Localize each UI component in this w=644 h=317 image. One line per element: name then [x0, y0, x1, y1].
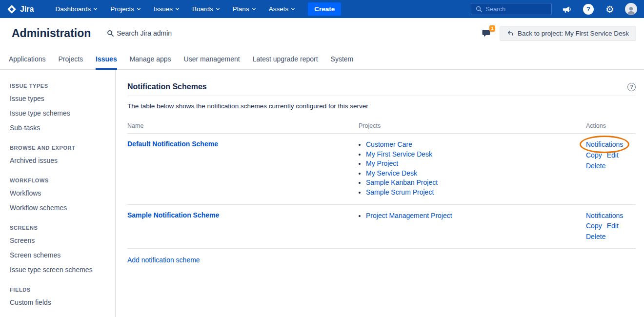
sidebar-section-title: BROWSE AND EXPORT — [10, 145, 109, 151]
sidebar: ISSUE TYPES Issue typesIssue type scheme… — [0, 70, 116, 317]
topnav-item-label: Dashboards — [55, 5, 91, 13]
admin-notifications-icon[interactable]: 1 — [482, 28, 492, 38]
table-row: Default Notification Scheme Customer Car… — [127, 134, 636, 205]
topnav-item-label: Projects — [110, 5, 134, 13]
tab-projects[interactable]: Projects — [59, 48, 83, 69]
projects-cell: Customer CareMy First Service DeskMy Pro… — [359, 140, 586, 198]
scheme-name-link[interactable]: Sample Notification Scheme — [127, 211, 219, 219]
scheme-name-link[interactable]: Default Notification Scheme — [127, 140, 218, 148]
action-copy-link[interactable]: Copy — [586, 151, 602, 160]
gear-icon[interactable]: ⚙ — [604, 3, 616, 16]
topnav-item-boards[interactable]: Boards — [192, 5, 220, 13]
project-link-sample-kanban-project[interactable]: Sample Kanban Project — [366, 178, 438, 186]
admin-search-label: Search Jira admin — [117, 29, 172, 37]
action-notifications-link[interactable]: Notifications — [586, 211, 623, 220]
project-list-item: Sample Kanban Project — [366, 178, 586, 188]
action-delete-link[interactable]: Delete — [586, 161, 605, 171]
project-list-item: Project Management Project — [366, 211, 586, 221]
chevron-down-icon — [252, 7, 256, 11]
project-link-my-first-service-desk[interactable]: My First Service Desk — [366, 150, 432, 158]
avatar[interactable] — [625, 3, 637, 15]
help-icon[interactable]: ? — [582, 3, 595, 16]
projects-list: Customer CareMy First Service DeskMy Pro… — [359, 140, 586, 198]
project-link-project-management-project[interactable]: Project Management Project — [366, 212, 452, 219]
col-projects: Projects — [359, 122, 586, 129]
topnav-item-assets[interactable]: Assets — [269, 5, 296, 13]
sidebar-item-screen-schemes[interactable]: Screen schemes — [10, 248, 109, 262]
project-list-item: My Project — [366, 159, 586, 169]
back-to-project-button[interactable]: Back to project: My First Service Desk — [500, 26, 636, 41]
main-header: Notification Schemes ? — [127, 82, 636, 96]
topnav-item-dashboards[interactable]: Dashboards — [55, 5, 98, 13]
sidebar-section: ISSUE TYPES Issue typesIssue type scheme… — [10, 83, 109, 135]
project-list-item: My First Service Desk — [366, 150, 586, 159]
sidebar-section: WORKFLOWS WorkflowsWorkflow schemes — [10, 178, 109, 215]
action-edit-link[interactable]: Edit — [607, 151, 619, 160]
sidebar-item-screens[interactable]: Screens — [10, 233, 109, 248]
tab-applications[interactable]: Applications — [9, 48, 46, 69]
action-delete-link[interactable]: Delete — [586, 232, 605, 241]
section-help-icon[interactable]: ? — [627, 83, 636, 91]
sidebar-item-sub-tasks[interactable]: Sub-tasks — [10, 120, 109, 135]
project-link-sample-scrum-project[interactable]: Sample Scrum Project — [366, 188, 434, 196]
name-cell: Sample Notification Scheme — [127, 211, 359, 242]
sidebar-item-workflows[interactable]: Workflows — [10, 186, 109, 200]
sidebar-section-title: ISSUE TYPES — [10, 83, 109, 89]
project-link-my-service-desk[interactable]: My Service Desk — [366, 169, 417, 177]
chevron-down-icon — [137, 7, 141, 11]
chevron-down-icon — [291, 7, 295, 11]
topnav-menu: DashboardsProjectsIssuesBoardsPlansAsset… — [55, 5, 295, 13]
sidebar-item-workflow-schemes[interactable]: Workflow schemes — [10, 200, 109, 215]
sidebar-item-issue-type-schemes[interactable]: Issue type schemes — [10, 106, 109, 120]
section-description: The table below shows the notification s… — [127, 102, 636, 110]
search-icon — [107, 30, 114, 37]
sidebar-item-archived-issues[interactable]: Archived issues — [10, 153, 109, 168]
add-notification-scheme-link[interactable]: Add notification scheme — [127, 256, 200, 264]
sidebar-item-issue-type-screen-schemes[interactable]: Issue type screen schemes — [10, 262, 109, 277]
brand-label: Jira — [20, 5, 34, 14]
page-body: ISSUE TYPES Issue typesIssue type scheme… — [0, 70, 644, 317]
search-icon — [476, 6, 482, 12]
sidebar-item-issue-types[interactable]: Issue types — [10, 91, 109, 106]
project-list-item: Customer Care — [366, 140, 586, 150]
action-copy-link[interactable]: Copy — [586, 221, 602, 231]
action-edit-link[interactable]: Edit — [607, 221, 619, 231]
jira-logo[interactable]: Jira — [7, 4, 34, 14]
action-notifications-link[interactable]: Notifications — [586, 140, 623, 149]
chevron-down-icon — [93, 7, 98, 11]
tab-latest-upgrade-report[interactable]: Latest upgrade report — [253, 48, 318, 69]
tab-user-management[interactable]: User management — [184, 48, 240, 69]
topnav-item-plans[interactable]: Plans — [233, 5, 256, 13]
admin-header: Administration Search Jira admin 1 Back … — [0, 18, 644, 48]
project-list-item: Sample Scrum Project — [366, 188, 586, 198]
tab-manage-apps[interactable]: Manage apps — [130, 48, 171, 69]
admin-header-right: 1 Back to project: My First Service Desk — [482, 26, 636, 41]
help-glyph: ? — [583, 4, 594, 15]
topnav-item-issues[interactable]: Issues — [154, 5, 180, 13]
main-content: Notification Schemes ? The table below s… — [116, 70, 644, 317]
chevron-down-icon — [216, 7, 220, 11]
topnav-item-projects[interactable]: Projects — [110, 5, 141, 13]
nav-search-input[interactable] — [485, 5, 544, 13]
table-header: Name Projects Actions — [127, 122, 636, 134]
admin-search[interactable]: Search Jira admin — [107, 29, 172, 37]
back-button-label: Back to project: My First Service Desk — [518, 30, 629, 37]
nav-search[interactable] — [471, 3, 552, 15]
chevron-down-icon — [175, 7, 180, 11]
tab-system[interactable]: System — [331, 48, 354, 69]
project-link-customer-care[interactable]: Customer Care — [366, 140, 412, 148]
topnav-item-label: Assets — [269, 5, 289, 13]
announcements-icon[interactable] — [561, 3, 573, 16]
topnav: Jira DashboardsProjectsIssuesBoardsPlans… — [0, 0, 644, 18]
topnav-item-label: Plans — [233, 5, 249, 13]
page-title: Administration — [12, 27, 91, 40]
project-list-item: My Service Desk — [366, 169, 586, 178]
sidebar-section: BROWSE AND EXPORT Archived issues — [10, 145, 109, 168]
col-name: Name — [127, 122, 359, 129]
sidebar-item-custom-fields[interactable]: Custom fields — [10, 295, 109, 310]
create-button[interactable]: Create — [308, 2, 341, 16]
sidebar-section-title: FIELDS — [10, 287, 109, 293]
tab-issues[interactable]: Issues — [96, 48, 117, 69]
table-row: Sample Notification Scheme Project Manag… — [127, 205, 636, 249]
project-link-my-project[interactable]: My Project — [366, 159, 398, 167]
